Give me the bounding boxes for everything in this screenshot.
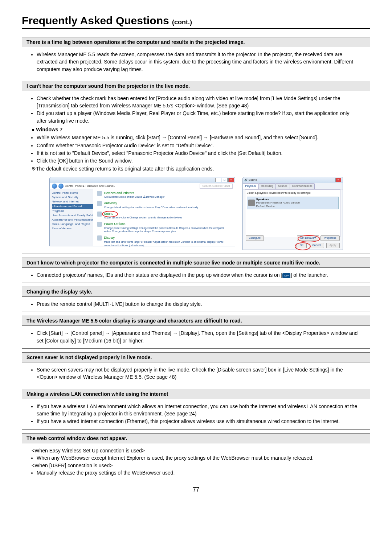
faq-question: Making a wireless LAN connection while u… [22,389,370,399]
faq-item: Making a wireless LAN connection while u… [22,389,370,430]
search-input[interactable]: Search Control Panel [200,184,232,189]
sidebar-item[interactable]: System and Security [52,195,95,200]
display-icon [97,235,102,241]
cp-links[interactable]: Adjust system volume Change system sound… [104,216,182,219]
faq-item: There is a time lag between operations a… [22,37,370,77]
launcher-icon: ▭◦◦ [282,273,290,278]
minimize-icon[interactable]: – [215,178,221,182]
control-panel-main: Devices and PrintersAdd a device Add a p… [93,189,235,246]
page-title: Frequently Asked Questions (cont.) [22,15,370,29]
device-status: Default Device [256,205,300,208]
cp-links[interactable]: Change power-saving settings Change what… [104,226,231,234]
tab-recording[interactable]: Recording [258,183,276,189]
answer-bullet: Connected projectors' names, IDs and the… [37,271,360,279]
faq-item: Changing the display style. Press the re… [22,287,370,312]
tab-sounds[interactable]: Sounds [275,183,290,189]
answer-bullet: Some screen savers may not be displayed … [37,366,360,381]
faq-question: The Wireless Manager ME 5.5 color displa… [22,316,370,326]
device-desc: Panasonic Projector Audio Device [256,201,300,205]
sound-tabs: Playback Recording Sounds Communications [243,183,343,189]
answer-bullet: If you have a wireless LAN environment w… [37,403,360,418]
screenshot-row: – □ × Control Panel ▸ Hardware and Sound… [32,177,360,250]
faq-answer: Some screen savers may not be displayed … [22,362,370,385]
sidebar-item[interactable]: Network and Internet [52,200,95,204]
close-icon[interactable]: × [228,178,234,182]
sidebar-home[interactable]: Control Panel Home [52,191,95,195]
title-main: Frequently Asked Questions [22,15,169,26]
faq-answer: If you have a wireless LAN environment w… [22,399,370,429]
answer-bullet: If it is not set to "Default Device", se… [37,149,360,157]
answer-bullet: Confirm whether "Panasonic Projector Aud… [37,142,360,149]
sidebar-item-active: • Hardware and Sound [52,204,95,209]
faq-item: The web control window does not appear. … [22,433,370,479]
faq-question: I can't hear the computer sound from the… [22,81,370,91]
properties-button[interactable]: Properties [320,235,339,241]
answer-bullet: Check whether the check mark has been en… [37,95,360,110]
device-name: Speakers [256,198,300,201]
apply-button[interactable]: Apply [326,243,340,248]
cp-links[interactable]: Make text and other items larger or smal… [104,240,231,247]
answer-bullet: Did you start up a player (Windows Media… [37,110,360,124]
highlight-ellipse [298,235,320,242]
speaker-icon [248,200,255,206]
faq-answer: Wireless Manager ME 5.5 reads the screen… [22,47,370,77]
answer-bullet: Click [Start] → [Control panel] → [Appea… [37,329,360,344]
cp-links[interactable]: Add a device Add a printer Mouse 🖶 Devic… [104,195,165,199]
faq-answer: <When Easy Wireless Set Up connection is… [22,443,370,479]
highlight-ellipse [102,211,118,217]
faq-answer: Press the remote control [MULTI-LIVE] bu… [22,297,370,312]
power-icon [97,222,102,227]
sound-body: Select a playback device below to modify… [245,189,340,237]
sidebar-item[interactable]: Appearance and Personalization [52,218,95,222]
faq-question: Don't know to which projector the comput… [22,258,370,268]
sidebar-item[interactable]: Programs [52,209,95,213]
audio-device-row[interactable]: Speakers Panasonic Projector Audio Devic… [247,197,339,209]
answer-bullet: Manually release the proxy settings of t… [37,469,360,476]
breadcrumb[interactable]: Control Panel ▸ Hardware and Sound ▸ [65,184,115,188]
forward-icon[interactable] [58,184,64,189]
back-icon[interactable] [52,184,57,189]
dialog-title: Sound [249,178,257,181]
answer-bullet: If you have a wired internet connection … [37,418,360,425]
condition-note: <When [USER] connection is used> [32,462,360,469]
faq-answer: Click [Start] → [Control panel] → [Appea… [22,326,370,348]
faq-item: Screen saver is not displayed properly i… [22,352,370,385]
control-panel-window: – □ × Control Panel ▸ Hardware and Sound… [49,177,235,246]
faq-answer: Connected projectors' names, IDs and the… [22,268,370,283]
faq-answer: Check whether the check mark has been en… [22,91,370,254]
cp-links[interactable]: Change default settings for media or dev… [104,206,199,209]
sound-hint: Select a playback device below to modify… [247,191,339,195]
condition-note: <When Easy Wireless Set Up connection is… [32,447,360,454]
maximize-icon[interactable]: □ [222,178,228,182]
cp-category[interactable]: AutoPlay [104,201,199,206]
faq-question: Changing the display style. [22,287,370,297]
cancel-button[interactable]: Cancel [309,243,324,248]
cp-category[interactable]: Display [104,235,231,240]
faq-item: I can't hear the computer sound from the… [22,81,370,254]
sidebar-item[interactable]: Ease of Access [52,226,95,231]
answer-bullet: Press the remote control [MULTI-LIVE] bu… [37,300,360,308]
printer-icon [97,191,102,196]
sidebar-item[interactable]: User Accounts and Family Safety [52,213,95,218]
faq-item: The Wireless Manager ME 5.5 color displa… [22,316,370,349]
answer-bullet: When any WebBrowser except Internet Expl… [37,454,360,461]
answer-bullet: Wireless Manager ME 5.5 reads the screen… [37,51,360,73]
dialog-titlebar: 🔊 Sound × [243,177,343,183]
cp-category[interactable]: Devices and Printers [104,191,165,196]
cp-category[interactable]: Power Options [104,222,231,226]
control-panel-sidebar: Control Panel Home System and Security N… [50,189,98,246]
highlight-ellipse [295,242,311,250]
tab-communications[interactable]: Communications [290,183,315,189]
faq-question: Screen saver is not displayed properly i… [22,353,370,362]
faq-item: Don't know to which projector the comput… [22,258,370,283]
windows7-subhead: ● Windows 7 [32,126,360,133]
sidebar-item[interactable]: Clock, Language, and Region [52,222,95,226]
configure-button[interactable]: Configure [246,235,264,241]
autoplay-icon [97,201,102,206]
faq-question: There is a time lag between operations a… [22,37,370,47]
sound-dialog: 🔊 Sound × Playback Recording Sounds Comm… [242,177,343,250]
answer-bullet: While Wireless Manager ME 5.5 is running… [37,134,360,141]
close-icon[interactable]: × [335,178,341,182]
title-suffix: (cont.) [172,19,192,26]
tab-playback[interactable]: Playback [243,183,259,189]
